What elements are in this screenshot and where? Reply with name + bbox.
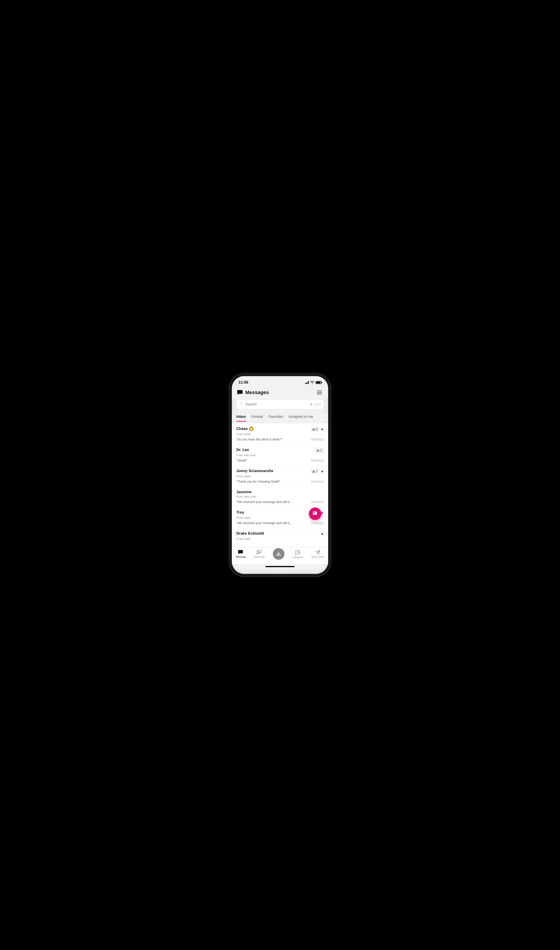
svg-rect-0 xyxy=(237,390,243,394)
tab-favorites[interactable]: Favorites xyxy=(268,413,283,421)
message-date: 7/25/2022 xyxy=(311,480,324,483)
tab-assigned[interactable]: Assigned to me xyxy=(289,413,313,421)
nav-quicksend[interactable]: Quick Send xyxy=(309,549,327,561)
message-badges: — ★ xyxy=(313,531,324,537)
verified-badge xyxy=(249,427,254,431)
location-badge: 10/10 xyxy=(310,403,321,406)
message-source: From swell xyxy=(236,537,324,540)
message-preview: "Thank you for choosing Swell!" xyxy=(236,480,308,483)
message-date: 7/25/2022 xyxy=(311,438,324,441)
messages-icon xyxy=(237,390,243,395)
message-item[interactable]: Jasmine From web chat "We received your … xyxy=(232,487,328,507)
nav-feedback-label: Feedback xyxy=(292,556,303,558)
messages-list: Chase 6 ★ Fr xyxy=(232,423,328,547)
nav-stats[interactable] xyxy=(270,547,287,561)
tab-unread[interactable]: Unread xyxy=(251,413,263,421)
status-icons xyxy=(305,381,322,384)
message-sender: Chase xyxy=(236,427,254,431)
message-sender: Dr. Lee xyxy=(236,448,249,452)
message-date: 7/25/2022 xyxy=(311,500,324,504)
menu-button[interactable] xyxy=(316,390,323,395)
count-badge: 1 xyxy=(315,448,324,453)
search-bar: 10/10 xyxy=(236,399,324,409)
message-preview: "We received your message and will b... xyxy=(236,500,308,504)
search-icon xyxy=(239,402,243,407)
signal-icon xyxy=(305,381,309,384)
count-badge: 7 xyxy=(311,469,319,474)
message-sender: Jasmine xyxy=(236,490,252,494)
battery-icon xyxy=(315,381,322,384)
star-icon: ★ xyxy=(321,532,324,536)
message-source: From web chat xyxy=(236,453,324,457)
new-message-fab[interactable] xyxy=(309,507,322,520)
phone-frame: 11:56 Messages xyxy=(232,376,328,574)
nav-feedback[interactable]: Feedback xyxy=(290,549,306,561)
message-item[interactable]: Drake Eckholdt — ★ From swell xyxy=(232,528,328,547)
nav-quicksend-label: Quick Send xyxy=(311,555,324,558)
bottom-nav: Message Teamchat Feed xyxy=(232,547,328,564)
message-source: From web chat xyxy=(236,495,324,498)
location-count: 10/10 xyxy=(314,403,321,406)
svg-rect-3 xyxy=(238,550,243,554)
message-preview: "We received your message and will b... xyxy=(236,521,308,525)
message-sender: Jonny Sciammarella xyxy=(236,469,273,473)
message-item[interactable]: Dr. Lee 1 From web chat "Great!" 7/25/20… xyxy=(232,444,328,466)
message-date: 7/25/2022 xyxy=(311,521,324,525)
message-nav-icon xyxy=(238,550,243,555)
stats-circle-icon xyxy=(273,548,285,560)
page-title: Messages xyxy=(245,390,269,395)
feedback-nav-icon xyxy=(295,550,301,555)
message-date: 7/25/2022 xyxy=(311,459,324,462)
message-preview: "Great!" xyxy=(236,459,308,462)
wifi-icon xyxy=(310,381,314,384)
star-icon: ★ xyxy=(321,470,324,473)
app-header: Messages xyxy=(232,386,328,399)
teamchat-nav-icon xyxy=(257,550,262,555)
status-bar: 11:56 xyxy=(232,376,328,386)
message-source: From swell xyxy=(236,475,324,478)
message-item[interactable]: Jonny Sciammarella 7 ★ From swell "Thank… xyxy=(232,466,328,487)
status-time: 11:56 xyxy=(238,380,248,385)
quicksend-nav-icon xyxy=(315,550,320,555)
tabs-container: Inbox Unread Favorites Assigned to me xyxy=(232,413,328,422)
nav-teamchat-label: Teamchat xyxy=(254,555,265,558)
tab-inbox[interactable]: Inbox xyxy=(236,413,246,421)
message-preview: "Do you have this desk in white?" xyxy=(236,438,308,441)
nav-teamchat[interactable]: Teamchat xyxy=(251,549,268,561)
message-source: From swell xyxy=(236,432,324,436)
message-sender: Drake Eckholdt xyxy=(236,531,264,536)
nav-message[interactable]: Message xyxy=(233,549,249,561)
header-left: Messages xyxy=(237,390,269,395)
count-badge: 6 xyxy=(311,427,319,432)
message-badges: 1 xyxy=(315,448,324,453)
message-item[interactable]: Chase 6 ★ Fr xyxy=(232,423,328,444)
message-sender: Trey xyxy=(236,510,244,515)
nav-message-label: Message xyxy=(236,555,246,558)
message-badges: 6 ★ xyxy=(311,427,324,432)
message-badges: 7 ★ xyxy=(311,469,324,474)
star-icon: ★ xyxy=(321,427,324,431)
home-indicator xyxy=(265,566,295,567)
